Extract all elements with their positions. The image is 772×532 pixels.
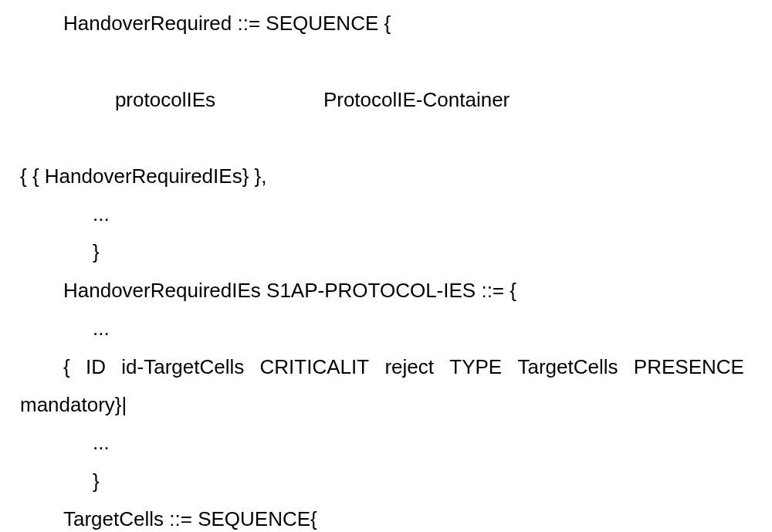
brace-open: { — [63, 348, 70, 386]
code-line: TargetCells ::= SEQUENCE{ — [0, 500, 772, 532]
asn1-definition-block: HandoverRequired ::= SEQUENCE { protocol… — [0, 0, 772, 532]
ie-keyword-id: ID — [86, 348, 106, 386]
ie-type-value: TargetCells — [518, 348, 618, 386]
field-type: ProtocolIE-Container — [323, 88, 510, 111]
code-line: { { HandoverRequiredIEs} }, — [0, 158, 772, 195]
ie-keyword-criticality: CRITICALIT — [260, 348, 370, 386]
code-line: mandatory}| — [0, 386, 772, 424]
ie-keyword-presence: PRESENCE — [634, 348, 744, 386]
field-name: protocolIEs — [115, 81, 323, 119]
code-line: } — [0, 233, 772, 271]
code-line: HandoverRequired ::= SEQUENCE { — [0, 5, 772, 42]
code-line: HandoverRequiredIEs S1AP-PROTOCOL-IES ::… — [0, 272, 772, 310]
ie-criticality-value: reject — [384, 348, 434, 386]
ie-id-value: id-TargetCells — [121, 348, 244, 386]
code-line: ... — [0, 195, 772, 233]
ie-definition-line: { ID id-TargetCells CRITICALIT reject TY… — [0, 348, 772, 386]
code-line: ... — [0, 310, 772, 347]
ie-keyword-type: TYPE — [449, 348, 502, 386]
code-line: ... — [0, 424, 772, 462]
code-line: protocolIEsProtocolIE-Container — [0, 42, 772, 157]
code-line: } — [0, 463, 772, 500]
